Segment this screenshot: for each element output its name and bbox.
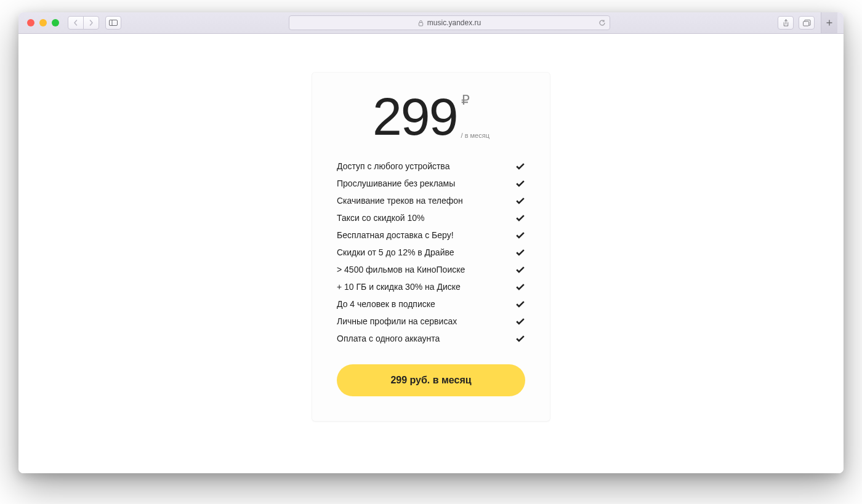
billing-period: / в месяц: [461, 132, 489, 139]
feature-item: > 4500 фильмов на КиноПоиске: [337, 261, 525, 278]
window-fullscreen-button[interactable]: [52, 19, 59, 26]
plus-icon: [826, 20, 832, 26]
check-icon: [515, 213, 525, 223]
check-icon: [515, 247, 525, 257]
feature-text: Скачивание треков на телефон: [337, 196, 463, 206]
page-content: 299 ₽ / в месяц Доступ с любого устройст…: [18, 34, 844, 473]
browser-toolbar: music.yandex.ru: [18, 12, 844, 34]
feature-item: + 10 ГБ и скидка 30% на Диске: [337, 278, 525, 295]
feature-item: Оплата с одного аккаунта: [337, 330, 525, 347]
feature-text: Скидки от 5 до 12% в Драйве: [337, 247, 454, 257]
feature-text: Прослушивание без рекламы: [337, 178, 455, 188]
feature-item: Скачивание треков на телефон: [337, 192, 525, 209]
feature-text: Оплата с одного аккаунта: [337, 334, 440, 343]
feature-text: Доступ с любого устройства: [337, 161, 449, 171]
price-header: 299 ₽ / в месяц: [337, 90, 525, 143]
check-icon: [515, 196, 525, 206]
feature-item: Бесплатная доставка с Беру!: [337, 226, 525, 244]
feature-item: Личные профили на сервисах: [337, 313, 525, 330]
check-icon: [515, 299, 525, 309]
reload-button[interactable]: [598, 19, 606, 26]
feature-item: Прослушивание без рекламы: [337, 175, 525, 192]
feature-item: До 4 человек в подписке: [337, 295, 525, 313]
feature-text: > 4500 фильмов на КиноПоиске: [337, 265, 465, 274]
address-bar[interactable]: music.yandex.ru: [289, 15, 610, 30]
check-icon: [515, 230, 525, 240]
feature-text: + 10 ГБ и скидка 30% на Диске: [337, 282, 461, 292]
nav-forward-button[interactable]: [83, 16, 99, 30]
feature-text: Личные профили на сервисах: [337, 316, 457, 326]
check-icon: [515, 178, 525, 188]
feature-list: Доступ с любого устройстваПрослушивание …: [337, 158, 525, 347]
sidebar-toggle-button[interactable]: [105, 16, 121, 30]
price-amount: 299: [373, 90, 457, 143]
show-tabs-button[interactable]: [799, 16, 815, 30]
pricing-card: 299 ₽ / в месяц Доступ с любого устройст…: [312, 72, 550, 422]
tabs-icon: [803, 20, 811, 26]
subscribe-button[interactable]: 299 руб. в месяц: [337, 364, 525, 396]
feature-item: Такси со скидкой 10%: [337, 209, 525, 226]
reload-icon: [598, 19, 606, 26]
check-icon: [515, 316, 525, 326]
svg-rect-2: [419, 22, 422, 25]
feature-text: Бесплатная доставка с Беру!: [337, 230, 454, 240]
chevron-right-icon: [88, 20, 94, 26]
url-text: music.yandex.ru: [427, 18, 481, 27]
sidebar-icon: [109, 20, 118, 26]
check-icon: [515, 161, 525, 171]
check-icon: [515, 334, 525, 343]
currency-symbol: ₽: [461, 94, 470, 107]
lock-icon: [418, 20, 424, 26]
feature-item: Скидки от 5 до 12% в Драйве: [337, 244, 525, 261]
feature-text: Такси со скидкой 10%: [337, 213, 424, 223]
share-icon: [783, 19, 789, 27]
check-icon: [515, 265, 525, 274]
window-controls: [25, 19, 62, 26]
feature-text: До 4 человек в подписке: [337, 299, 435, 309]
window-minimize-button[interactable]: [39, 19, 47, 26]
check-icon: [515, 282, 525, 292]
svg-rect-3: [803, 21, 808, 25]
feature-item: Доступ с любого устройства: [337, 158, 525, 175]
window-close-button[interactable]: [27, 19, 34, 26]
nav-back-button[interactable]: [68, 16, 84, 30]
svg-rect-0: [110, 20, 118, 26]
share-button[interactable]: [778, 16, 794, 30]
new-tab-button[interactable]: [821, 12, 837, 33]
browser-window: music.yandex.ru: [18, 12, 844, 473]
nav-back-forward: [68, 16, 99, 30]
chevron-left-icon: [73, 20, 79, 26]
